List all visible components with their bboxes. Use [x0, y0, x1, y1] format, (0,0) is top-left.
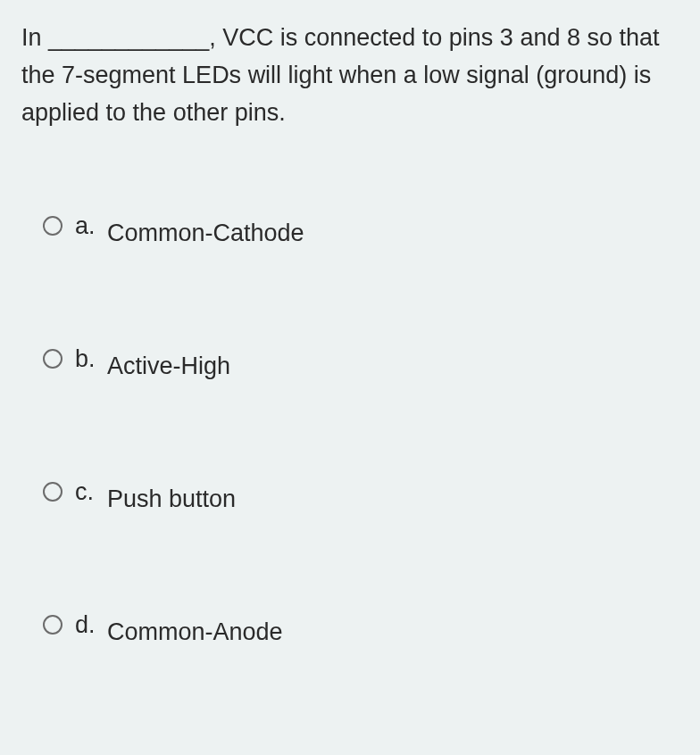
option-text: Active-High — [107, 353, 230, 380]
options-list: a. Common-Cathode b. Active-High c. Push… — [21, 212, 679, 646]
option-letter: c. — [75, 478, 107, 506]
option-c[interactable]: c. Push button — [43, 478, 679, 513]
option-letter: d. — [75, 611, 107, 639]
option-letter: b. — [75, 345, 107, 373]
option-letter: a. — [75, 212, 107, 240]
option-text: Push button — [107, 485, 236, 513]
radio-b[interactable] — [43, 349, 62, 369]
radio-a[interactable] — [43, 216, 62, 236]
option-text: Common-Cathode — [107, 220, 304, 247]
question-text: In ____________, VCC is connected to pin… — [21, 20, 679, 132]
option-d[interactable]: d. Common-Anode — [43, 611, 679, 646]
radio-d[interactable] — [43, 615, 62, 635]
option-text: Common-Anode — [107, 618, 283, 646]
option-a[interactable]: a. Common-Cathode — [43, 212, 679, 247]
radio-c[interactable] — [43, 482, 62, 502]
option-b[interactable]: b. Active-High — [43, 345, 679, 380]
